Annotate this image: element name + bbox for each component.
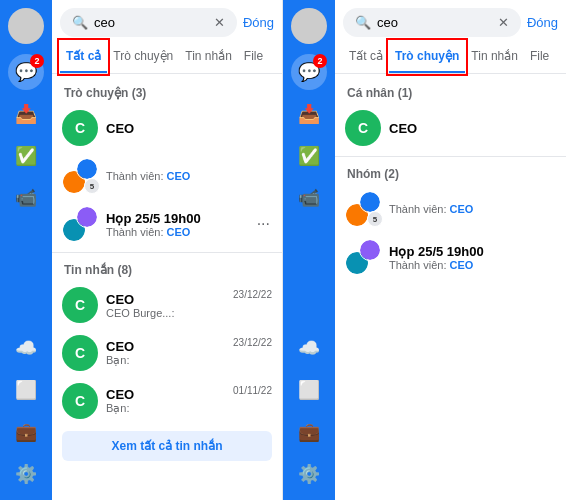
result-name: Họp 25/5 19h00 bbox=[389, 244, 556, 259]
list-item[interactable]: 5 Thành viên: CEO bbox=[52, 152, 282, 200]
search-icon: 🔍 bbox=[72, 15, 88, 30]
section-title-messages-left: Tin nhắn (8) bbox=[52, 257, 282, 281]
list-item[interactable]: C CEO Bạn: 23/12/22 bbox=[52, 329, 282, 377]
list-item[interactable]: Họp 25/5 19h00 Thành viên: CEO ··· bbox=[52, 200, 282, 248]
right-tabs: Tất cả Trò chuyện Tin nhắn File bbox=[335, 41, 566, 74]
list-item[interactable]: C CEO bbox=[52, 104, 282, 152]
list-item[interactable]: C CEO Bạn: 01/11/22 bbox=[52, 377, 282, 425]
result-name: CEO bbox=[389, 121, 556, 136]
left-search-input[interactable] bbox=[94, 15, 208, 30]
tab-file-right[interactable]: File bbox=[524, 41, 555, 73]
left-close-button[interactable]: Đóng bbox=[243, 15, 274, 30]
cloud-icon-right[interactable]: ☁️ bbox=[291, 330, 327, 366]
result-name: Họp 25/5 19h00 bbox=[106, 211, 247, 226]
result-name: CEO bbox=[106, 339, 225, 354]
unread-badge-right: 2 bbox=[313, 54, 327, 68]
right-close-button[interactable]: Đóng bbox=[527, 15, 558, 30]
result-info: CEO bbox=[106, 121, 272, 136]
left-panel: 🔍 ✕ Đóng Tất cả Trò chuyện Tin nhắn File… bbox=[52, 0, 283, 500]
section-title-groups-right: Nhóm (2) bbox=[335, 161, 566, 185]
result-name: CEO bbox=[106, 121, 272, 136]
video-icon[interactable]: 📹 bbox=[8, 180, 44, 216]
avatar-stack bbox=[345, 239, 381, 275]
inbox-icon-right[interactable]: 📥 bbox=[291, 96, 327, 132]
result-date: 23/12/22 bbox=[233, 335, 272, 348]
left-tabs: Tất cả Trò chuyện Tin nhắn File bbox=[52, 41, 282, 74]
right-sidebar: 💬 2 📥 ✅ 📹 ☁️ ⬜ 💼 ⚙️ bbox=[283, 0, 335, 500]
clear-icon[interactable]: ✕ bbox=[214, 15, 225, 30]
result-info: Họp 25/5 19h00 Thành viên: CEO bbox=[389, 244, 556, 271]
result-sub: Bạn: bbox=[106, 354, 225, 367]
tab-messages-left[interactable]: Tin nhắn bbox=[179, 41, 238, 73]
avatar[interactable] bbox=[8, 8, 44, 44]
tasks-icon-right[interactable]: ✅ bbox=[291, 138, 327, 174]
result-info: CEO CEO Burge...: bbox=[106, 292, 225, 319]
tab-file-left[interactable]: File bbox=[238, 41, 269, 73]
avatar: C bbox=[345, 110, 381, 146]
more-button[interactable]: ··· bbox=[255, 215, 272, 233]
avatar-stack: 5 bbox=[62, 158, 98, 194]
avatar[interactable] bbox=[291, 8, 327, 44]
right-search-input[interactable] bbox=[377, 15, 492, 30]
avatar-stack bbox=[62, 206, 98, 242]
settings-icon[interactable]: ⚙️ bbox=[8, 456, 44, 492]
list-item[interactable]: C CEO CEO Burge...: 23/12/22 bbox=[52, 281, 282, 329]
result-name: CEO bbox=[106, 387, 225, 402]
left-search-wrap: 🔍 ✕ bbox=[60, 8, 237, 37]
section-title-personal-right: Cá nhân (1) bbox=[335, 80, 566, 104]
chat-icon[interactable]: 💬 2 bbox=[8, 54, 44, 90]
avatar: C bbox=[62, 383, 98, 419]
right-search-bar: 🔍 ✕ Đóng bbox=[335, 0, 566, 41]
result-info: Họp 25/5 19h00 Thành viên: CEO bbox=[106, 211, 247, 238]
list-item[interactable]: Họp 25/5 19h00 Thành viên: CEO bbox=[335, 233, 566, 281]
result-sub: Thành viên: CEO bbox=[106, 170, 272, 182]
result-info: Thành viên: CEO bbox=[106, 170, 272, 182]
left-sidebar: 💬 2 📥 ✅ 📹 ☁️ ⬜ 💼 ⚙️ bbox=[0, 0, 52, 500]
divider bbox=[52, 252, 282, 253]
cloud-icon[interactable]: ☁️ bbox=[8, 330, 44, 366]
section-title-conversations-left: Trò chuyện (3) bbox=[52, 80, 282, 104]
tasks-icon[interactable]: ✅ bbox=[8, 138, 44, 174]
search-icon-right: 🔍 bbox=[355, 15, 371, 30]
list-item[interactable]: C CEO bbox=[335, 104, 566, 152]
result-sub: Bạn: bbox=[106, 402, 225, 415]
list-item[interactable]: 5 Thành viên: CEO bbox=[335, 185, 566, 233]
result-info: CEO bbox=[389, 121, 556, 136]
result-info: CEO Bạn: bbox=[106, 339, 225, 367]
screen-icon-right[interactable]: ⬜ bbox=[291, 372, 327, 408]
right-search-wrap: 🔍 ✕ bbox=[343, 8, 521, 37]
view-all-messages-button[interactable]: Xem tất cả tin nhắn bbox=[62, 431, 272, 461]
avatar: C bbox=[62, 287, 98, 323]
result-date: 23/12/22 bbox=[233, 287, 272, 300]
inbox-icon[interactable]: 📥 bbox=[8, 96, 44, 132]
chat-icon-right[interactable]: 💬 2 bbox=[291, 54, 327, 90]
result-sub: Thành viên: CEO bbox=[389, 259, 556, 271]
left-search-bar: 🔍 ✕ Đóng bbox=[52, 0, 282, 41]
result-info: CEO Bạn: bbox=[106, 387, 225, 415]
result-info: Thành viên: CEO bbox=[389, 203, 556, 215]
right-panel: 🔍 ✕ Đóng Tất cả Trò chuyện Tin nhắn File… bbox=[335, 0, 566, 500]
settings-icon-right[interactable]: ⚙️ bbox=[291, 456, 327, 492]
avatar: C bbox=[62, 110, 98, 146]
briefcase-icon[interactable]: 💼 bbox=[8, 414, 44, 450]
tab-all-left[interactable]: Tất cả bbox=[60, 41, 107, 73]
tab-messages-right[interactable]: Tin nhắn bbox=[465, 41, 524, 73]
tab-conversation-right[interactable]: Trò chuyện bbox=[389, 41, 465, 73]
avatar-stack: 5 bbox=[345, 191, 381, 227]
avatar: C bbox=[62, 335, 98, 371]
tab-conversation-left[interactable]: Trò chuyện bbox=[107, 41, 179, 73]
result-sub: CEO Burge...: bbox=[106, 307, 225, 319]
result-name: CEO bbox=[106, 292, 225, 307]
unread-badge: 2 bbox=[30, 54, 44, 68]
tab-all-right[interactable]: Tất cả bbox=[343, 41, 389, 73]
right-results: Cá nhân (1) C CEO Nhóm (2) 5 Thành viên:… bbox=[335, 74, 566, 500]
screen-icon[interactable]: ⬜ bbox=[8, 372, 44, 408]
divider bbox=[335, 156, 566, 157]
video-icon-right[interactable]: 📹 bbox=[291, 180, 327, 216]
briefcase-icon-right[interactable]: 💼 bbox=[291, 414, 327, 450]
result-sub: Thành viên: CEO bbox=[389, 203, 556, 215]
clear-icon-right[interactable]: ✕ bbox=[498, 15, 509, 30]
member-count-badge: 5 bbox=[84, 178, 100, 194]
result-sub: Thành viên: CEO bbox=[106, 226, 247, 238]
member-count-badge: 5 bbox=[367, 211, 383, 227]
